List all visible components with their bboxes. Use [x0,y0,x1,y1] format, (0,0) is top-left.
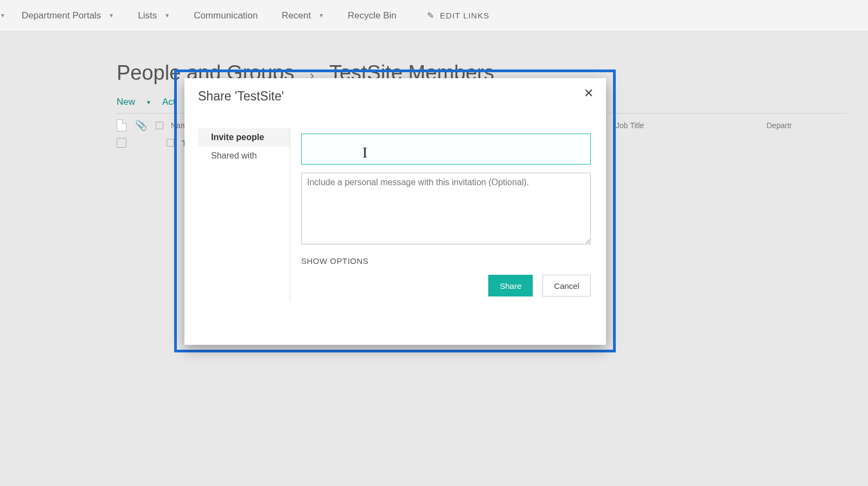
chevron-down-icon: ▼ [164,12,170,18]
nav-label: Communication [194,10,258,21]
row-checkbox[interactable] [117,138,126,148]
dialog-sidebar: Invite people Shared with [198,128,290,302]
select-all-checkbox[interactable] [156,122,163,129]
share-button[interactable]: Share [488,275,533,296]
nav-communication[interactable]: Communication [182,0,270,31]
people-picker-input[interactable] [301,134,591,165]
nav-label: Recycle Bin [348,10,397,21]
nav-label: Department Portals [22,10,101,21]
list-toolbar: New ▼ Act [117,97,175,108]
nav-label: Lists [138,10,157,21]
nav-department-portals[interactable]: Department Portals ▼ [10,0,126,31]
attachment-icon: 📎 [135,119,147,131]
tab-invite-people[interactable]: Invite people [198,128,290,147]
show-options-link[interactable]: SHOW OPTIONS [301,256,591,266]
pencil-icon: ✎ [427,10,435,21]
close-button[interactable]: ✕ [581,86,596,101]
edit-links-label: EDIT LINKS [440,11,489,20]
col-department[interactable]: Departr [767,121,792,130]
page-icon [117,119,126,131]
nav-lists[interactable]: Lists ▼ [126,0,182,31]
dialog-main: SHOW OPTIONS [301,134,591,266]
new-button[interactable]: New [117,97,135,108]
share-dialog: Share 'TestSite' ✕ Invite people Shared … [184,78,606,345]
dialog-actions: Share Cancel [488,275,591,296]
edit-links-button[interactable]: ✎ EDIT LINKS [409,0,501,31]
col-job-title[interactable]: Job Title [616,121,644,130]
top-nav: ▼ Department Portals ▼ Lists ▼ Communica… [0,0,868,31]
invitation-message-input[interactable] [301,173,591,244]
chevron-down-icon: ▼ [108,12,114,18]
close-icon: ✕ [584,86,593,100]
nav-recycle-bin[interactable]: Recycle Bin [336,0,409,31]
nav-label: Recent [282,10,311,21]
actions-button[interactable]: Act [162,97,176,108]
cancel-button[interactable]: Cancel [542,275,591,296]
nav-recent[interactable]: Recent ▼ [270,0,336,31]
chevron-down-icon[interactable]: ▼ [0,12,10,18]
row-inner-checkbox[interactable] [167,139,174,147]
tab-shared-with[interactable]: Shared with [198,147,290,165]
chevron-down-icon: ▼ [318,12,324,18]
chevron-down-icon[interactable]: ▼ [146,99,151,105]
dialog-title: Share 'TestSite' [198,89,284,104]
